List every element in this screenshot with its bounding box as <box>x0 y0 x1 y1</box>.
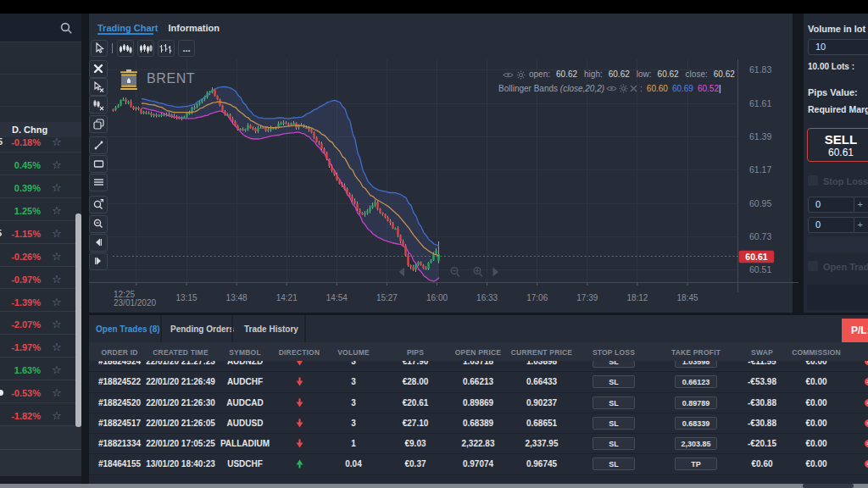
svg-text:18:12: 18:12 <box>626 293 648 302</box>
svg-text:61.17: 61.17 <box>749 164 771 175</box>
svg-text:60.51: 60.51 <box>749 264 771 274</box>
svg-text:17:06: 17:06 <box>526 293 548 302</box>
svg-text:61.61: 61.61 <box>749 98 771 108</box>
svg-text:16:33: 16:33 <box>476 293 498 302</box>
svg-text:13:48: 13:48 <box>226 293 248 302</box>
svg-text:61.39: 61.39 <box>749 131 771 141</box>
svg-text:14:54: 14:54 <box>326 293 348 302</box>
svg-text:13:15: 13:15 <box>175 293 197 302</box>
svg-text:14:21: 14:21 <box>276 293 298 302</box>
svg-text:15:27: 15:27 <box>376 293 398 302</box>
svg-text:61.83: 61.83 <box>749 64 771 75</box>
svg-text:16:00: 16:00 <box>426 293 448 302</box>
svg-text:60.73: 60.73 <box>749 231 771 241</box>
svg-text:23/01/2020: 23/01/2020 <box>114 298 156 308</box>
svg-text:18:45: 18:45 <box>676 293 698 302</box>
svg-text:17:39: 17:39 <box>576 293 598 302</box>
svg-text:60.61: 60.61 <box>745 252 767 262</box>
svg-text:60.95: 60.95 <box>749 198 771 208</box>
